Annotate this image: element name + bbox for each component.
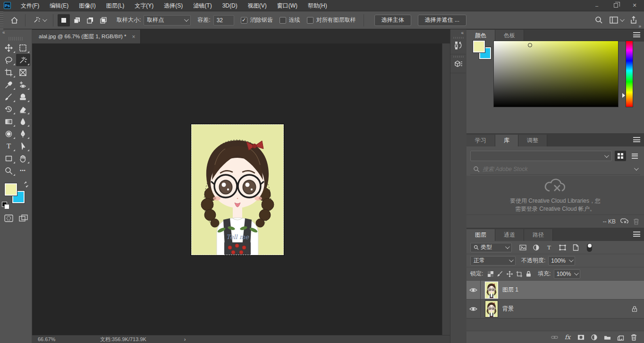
rectangle-tool[interactable] bbox=[2, 152, 16, 164]
toolbar-collapse-button[interactable]: « bbox=[0, 29, 32, 36]
new-group-button[interactable] bbox=[602, 333, 612, 342]
path-selection-tool[interactable] bbox=[16, 140, 30, 152]
tab-learn[interactable]: 学习 bbox=[466, 135, 495, 146]
properties-panel-button[interactable] bbox=[450, 54, 466, 73]
hand-tool[interactable] bbox=[16, 152, 30, 164]
history-brush-tool[interactable] bbox=[2, 103, 16, 115]
add-to-selection-button[interactable] bbox=[71, 14, 83, 26]
saturation-brightness-field[interactable] bbox=[493, 41, 619, 107]
tool-preset-button[interactable] bbox=[29, 14, 49, 27]
gradient-tool[interactable] bbox=[2, 115, 16, 128]
dodge-tool[interactable] bbox=[2, 128, 16, 140]
layer-filter-toggle[interactable] bbox=[587, 243, 592, 252]
tab-swatches[interactable]: 色板 bbox=[495, 30, 524, 42]
background-thumbnail[interactable] bbox=[485, 301, 498, 317]
menu-file[interactable]: 文件(F) bbox=[16, 0, 44, 11]
tab-layers[interactable]: 图层 bbox=[466, 229, 495, 241]
quick-mask-button[interactable] bbox=[4, 214, 13, 222]
layer1-name[interactable]: 图层 1 bbox=[502, 286, 518, 294]
vertical-scrollbar[interactable] bbox=[442, 43, 450, 335]
history-panel-button[interactable] bbox=[450, 35, 466, 54]
menu-window[interactable]: 窗口(W) bbox=[272, 0, 303, 11]
new-layer-button[interactable] bbox=[615, 333, 626, 342]
menu-select[interactable]: 选择(S) bbox=[159, 0, 188, 11]
panel-menu-icon[interactable] bbox=[633, 232, 640, 237]
color-field-marker[interactable] bbox=[528, 43, 532, 47]
document-tab[interactable]: alal.jpg @ 66.7% (图层 1, RGB/8#) * × bbox=[32, 30, 141, 43]
link-layers-button[interactable] bbox=[549, 333, 559, 342]
foreground-color-swatch[interactable] bbox=[5, 183, 17, 196]
subtract-from-selection-button[interactable] bbox=[84, 14, 96, 26]
menu-type[interactable]: 文字(Y) bbox=[129, 0, 159, 11]
healing-brush-tool[interactable] bbox=[16, 78, 30, 91]
menu-edit[interactable]: 编辑(E) bbox=[44, 0, 74, 11]
menu-help[interactable]: 帮助(H) bbox=[303, 0, 332, 11]
minimize-button[interactable]: – bbox=[587, 0, 606, 11]
magic-wand-tool[interactable] bbox=[16, 54, 30, 66]
select-subject-button[interactable]: 选择主体 bbox=[374, 15, 411, 26]
frame-tool[interactable] bbox=[16, 66, 30, 78]
clone-stamp-tool[interactable] bbox=[16, 91, 30, 103]
sample-size-select[interactable]: 取样点 bbox=[144, 15, 191, 26]
share-icon[interactable] bbox=[630, 16, 637, 24]
layer1-thumbnail[interactable] bbox=[485, 282, 498, 298]
close-button[interactable]: ✕ bbox=[625, 0, 644, 11]
filter-pixel-layers-button[interactable] bbox=[517, 243, 528, 252]
collapse-dock-button[interactable]: » bbox=[638, 24, 641, 29]
status-options-chevron[interactable]: › bbox=[184, 336, 186, 342]
delete-layer-button[interactable] bbox=[628, 333, 639, 342]
restore-button[interactable] bbox=[606, 0, 625, 11]
layer1-visibility-toggle[interactable] bbox=[466, 281, 481, 300]
grid-view-button[interactable] bbox=[615, 151, 626, 161]
zoom-level-field[interactable]: 66.67% bbox=[38, 336, 71, 342]
pen-tool[interactable] bbox=[16, 128, 30, 140]
tab-libraries[interactable]: 库 bbox=[495, 135, 518, 146]
library-select[interactable] bbox=[470, 151, 612, 161]
filter-smart-objects-button[interactable] bbox=[570, 243, 581, 252]
add-layer-mask-button[interactable] bbox=[576, 333, 586, 342]
sample-all-layers-checkbox[interactable] bbox=[307, 17, 314, 24]
canvas-pasteboard[interactable] bbox=[32, 43, 450, 335]
new-adjustment-layer-button[interactable] bbox=[589, 333, 599, 342]
filter-shape-layers-button[interactable] bbox=[557, 243, 568, 252]
lock-all-button[interactable] bbox=[524, 269, 533, 279]
select-and-mask-button[interactable]: 选择并遮住 ... bbox=[418, 15, 466, 26]
anti-alias-checkbox[interactable]: ✓ bbox=[241, 17, 247, 24]
menu-3d[interactable]: 3D(D) bbox=[217, 0, 243, 11]
filter-adjustment-layers-button[interactable] bbox=[531, 243, 541, 252]
background-visibility-toggle[interactable] bbox=[466, 300, 481, 318]
lock-position-button[interactable] bbox=[505, 269, 514, 279]
trash-icon[interactable] bbox=[633, 218, 639, 225]
tab-paths[interactable]: 路径 bbox=[524, 229, 553, 241]
intersect-selection-button[interactable] bbox=[97, 14, 110, 26]
toolbar-gripper[interactable] bbox=[8, 37, 23, 41]
new-selection-button[interactable] bbox=[58, 14, 70, 26]
menu-view[interactable]: 视图(V) bbox=[243, 0, 272, 11]
contiguous-checkbox[interactable] bbox=[280, 17, 286, 24]
expand-dock-button[interactable]: « bbox=[450, 29, 466, 35]
blur-tool[interactable] bbox=[16, 115, 30, 128]
options-bar-gripper[interactable] bbox=[0, 11, 3, 29]
foreground-color-swatch-panel[interactable] bbox=[473, 41, 485, 52]
adobe-stock-search-input[interactable] bbox=[483, 166, 634, 172]
default-colors-icon[interactable] bbox=[2, 202, 7, 207]
document-canvas[interactable] bbox=[191, 124, 284, 255]
tab-adjustments[interactable]: 调整 bbox=[518, 135, 547, 146]
blend-mode-select[interactable]: 正常 bbox=[470, 256, 516, 266]
layer-filter-type-select[interactable]: 类型 bbox=[470, 243, 512, 252]
panel-menu-icon[interactable] bbox=[633, 32, 640, 37]
background-name[interactable]: 背景 bbox=[502, 305, 514, 313]
move-tool[interactable] bbox=[2, 42, 16, 54]
layer-row-layer1[interactable]: 图层 1 bbox=[466, 281, 644, 300]
list-view-button[interactable] bbox=[629, 151, 640, 161]
lock-artboard-button[interactable] bbox=[514, 269, 524, 279]
tab-channels[interactable]: 通道 bbox=[495, 229, 524, 241]
document-close-icon[interactable]: × bbox=[132, 34, 136, 40]
edit-toolbar-button[interactable]: ••• bbox=[16, 164, 30, 177]
panel-menu-icon[interactable] bbox=[633, 137, 640, 142]
layer-row-background[interactable]: 背景 bbox=[466, 300, 644, 318]
menu-image[interactable]: 图像(I) bbox=[74, 0, 101, 11]
opacity-field[interactable]: 100% bbox=[548, 256, 575, 266]
swap-colors-icon[interactable] bbox=[23, 181, 29, 188]
type-tool[interactable]: T bbox=[2, 140, 16, 152]
